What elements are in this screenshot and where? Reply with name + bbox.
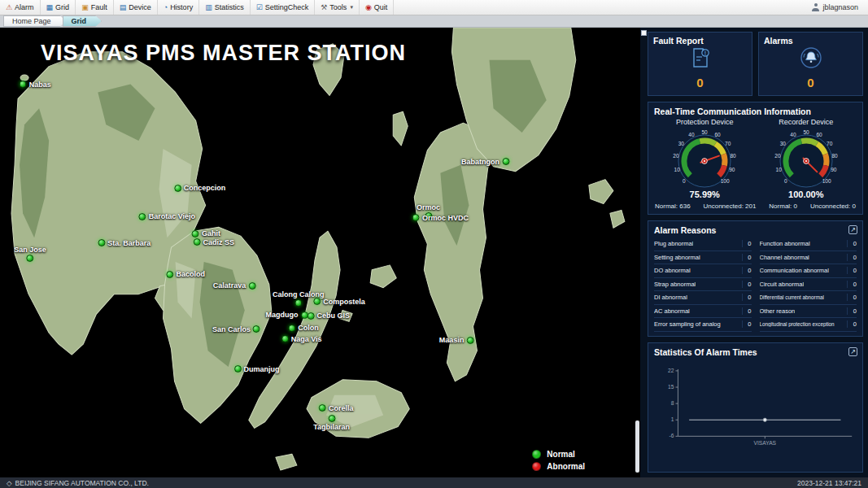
alarm-reason-label: AC abnormal bbox=[654, 307, 690, 315]
station-nabas[interactable]: Nabas bbox=[20, 81, 51, 89]
station-tagbilaran[interactable]: Tagbilaran bbox=[313, 415, 350, 431]
map-view[interactable]: VISAYAS PMS MASTER STATION NabasConcepci… bbox=[0, 28, 640, 477]
station-colon[interactable]: Colon bbox=[288, 324, 319, 332]
alarms-card[interactable]: Alarms 0 bbox=[758, 32, 863, 96]
station-bacolod[interactable]: Bacolod bbox=[166, 270, 205, 278]
station-label: Ormoc HVDC bbox=[422, 214, 469, 222]
station-status-dot bbox=[248, 282, 255, 290]
toolbar-button-history[interactable]: ◔History bbox=[158, 0, 199, 15]
station-magdugo[interactable]: Magdugo bbox=[266, 311, 308, 319]
station-label: Cadiz SS bbox=[203, 238, 235, 246]
station-status-dot bbox=[294, 299, 302, 307]
alarm-reason-row: Strap abnormal0 bbox=[654, 278, 752, 292]
recorder-device-label: Recorder Device bbox=[779, 118, 833, 126]
svg-text:30: 30 bbox=[678, 141, 685, 146]
main-area: VISAYAS PMS MASTER STATION NabasConcepci… bbox=[0, 28, 868, 477]
svg-text:100: 100 bbox=[822, 178, 831, 184]
alarm-statistics-panel: Statistics Of Alarm Times ↗ 221581-6VISA… bbox=[648, 342, 863, 473]
station-babatngon[interactable]: Babatngon bbox=[461, 158, 509, 166]
toolbar-button-grid[interactable]: ▦Grid bbox=[41, 0, 76, 15]
fault-report-title: Fault Report bbox=[653, 36, 704, 46]
toolbar-items: ⚠Alarm▦Grid▣Fault▤Device◔History▥Statist… bbox=[0, 0, 394, 15]
svg-text:80: 80 bbox=[731, 153, 737, 159]
station-san-jose[interactable]: San Jose bbox=[14, 246, 46, 262]
station-barotac-viejo[interactable]: Barotac Viejo bbox=[139, 212, 195, 220]
alarm-reason-value: 0 bbox=[742, 254, 752, 261]
alarm-statistics-expand-icon[interactable]: ↗ bbox=[848, 347, 857, 356]
svg-text:50: 50 bbox=[803, 129, 809, 135]
station-corella[interactable]: Corella bbox=[319, 404, 354, 412]
alarm-reason-value: 0 bbox=[847, 281, 857, 288]
alarm-reason-row: DI abnormal0 bbox=[654, 291, 752, 305]
station-ormoc-hvdc[interactable]: Ormoc HVDC bbox=[412, 214, 469, 222]
toolbar-button-settingcheck[interactable]: ☑SettingCheck bbox=[251, 0, 316, 15]
alarm-reason-label: Longitudinal protection exception bbox=[760, 321, 835, 327]
user-menu[interactable]: jblagnason bbox=[802, 0, 868, 15]
alarms-title: Alarms bbox=[764, 36, 793, 46]
toolbar-button-alarm[interactable]: ⚠Alarm bbox=[0, 0, 41, 15]
alarm-reason-label: DO abnormal bbox=[654, 267, 691, 274]
toolbar-button-label: SettingCheck bbox=[265, 3, 309, 11]
station-calatrava[interactable]: Calatrava bbox=[213, 281, 256, 290]
alarm-reasons-expand-icon[interactable]: ↗ bbox=[848, 225, 857, 234]
alarms-count: 0 bbox=[807, 76, 813, 89]
station-cadiz-ss[interactable]: Cadiz SS bbox=[194, 238, 235, 246]
company-name: BEIJING SIFANG AUTOMATION CO., LTD. bbox=[15, 479, 149, 487]
svg-text:20: 20 bbox=[774, 153, 781, 159]
alarm-reason-value: 0 bbox=[742, 294, 752, 301]
station-label: Compostela bbox=[323, 298, 365, 306]
station-sta-barbara[interactable]: Sta. Barbara bbox=[98, 239, 150, 247]
toolbar-button-fault[interactable]: ▣Fault bbox=[76, 0, 114, 15]
toolbar-button-label: Fault bbox=[91, 3, 107, 11]
user-icon bbox=[812, 3, 819, 11]
svg-text:70: 70 bbox=[725, 141, 731, 146]
station-label: Cebu GIS bbox=[316, 312, 350, 320]
station-gahit[interactable]: Gahit bbox=[192, 229, 220, 237]
station-cebu-gis[interactable]: Cebu GIS bbox=[307, 312, 350, 320]
station-maasin[interactable]: Maasin bbox=[439, 336, 474, 344]
station-status-dot bbox=[502, 158, 509, 165]
statistics-icon: ▥ bbox=[205, 4, 212, 11]
tab-home-page[interactable]: Home Page bbox=[3, 15, 67, 27]
station-status-dot bbox=[466, 337, 473, 344]
station-naga-vis[interactable]: Naga Vis bbox=[281, 335, 322, 343]
toolbar-button-label: Quit bbox=[374, 3, 388, 11]
legend-abnormal: Abnormal bbox=[532, 462, 585, 471]
svg-text:8: 8 bbox=[671, 400, 674, 406]
legend-label: Normal bbox=[547, 450, 574, 459]
toolbar-button-statistics[interactable]: ▥Statistics bbox=[199, 0, 251, 15]
station-label: Corella bbox=[329, 404, 354, 412]
map-title: VISAYAS PMS MASTER STATION bbox=[41, 41, 406, 66]
alarm-reason-value: 0 bbox=[847, 320, 857, 328]
toolbar-button-quit[interactable]: ◉Quit bbox=[360, 0, 394, 15]
protection-device-label: Protection Device bbox=[676, 118, 734, 126]
alarm-reason-value: 0 bbox=[847, 267, 857, 274]
tab-grid[interactable]: Grid bbox=[63, 15, 103, 27]
svg-text:40: 40 bbox=[689, 132, 696, 137]
panel-collapse-button[interactable] bbox=[641, 30, 647, 36]
station-concepcion[interactable]: Concepcion bbox=[174, 184, 226, 192]
gauge-row: Protection Device 0102030405060708090100… bbox=[654, 118, 857, 199]
alarm-reason-label: Plug abnormal bbox=[654, 240, 693, 247]
toolbar-button-device[interactable]: ▤Device bbox=[114, 0, 158, 15]
alarm-reason-row: Circuit abnormal0 bbox=[760, 278, 857, 292]
station-dumanjug[interactable]: Dumanjug bbox=[234, 365, 280, 373]
alarm-reason-row: Communication abnormal0 bbox=[760, 264, 857, 278]
status-bar: ◇ BEIJING SIFANG AUTOMATION CO., LTD. 20… bbox=[0, 477, 868, 488]
right-panel: Fault Report ! 0 Alarms bbox=[640, 28, 868, 477]
station-san-carlos[interactable]: San Carlos bbox=[212, 325, 260, 333]
tab-bar: Home PageGrid bbox=[0, 15, 868, 28]
station-label: Tagbilaran bbox=[313, 423, 350, 431]
alarm-reason-row: Longitudinal protection exception0 bbox=[760, 318, 857, 332]
fault-report-card[interactable]: Fault Report ! 0 bbox=[648, 32, 752, 96]
map-scrollbar[interactable] bbox=[635, 420, 639, 473]
toolbar-button-tools[interactable]: ⚒Tools▾ bbox=[315, 0, 360, 15]
station-compostela[interactable]: Compostela bbox=[313, 298, 365, 306]
svg-text:15: 15 bbox=[668, 383, 674, 389]
grid-icon: ▦ bbox=[46, 4, 54, 11]
svg-text:50: 50 bbox=[702, 129, 709, 135]
recorder-device-value: 100.00% bbox=[788, 190, 823, 199]
station-label: Maasin bbox=[439, 336, 465, 344]
recorder-device-gauge: Recorder Device 0102030405060708090100 1… bbox=[756, 118, 857, 199]
station-status-dot bbox=[174, 185, 181, 192]
